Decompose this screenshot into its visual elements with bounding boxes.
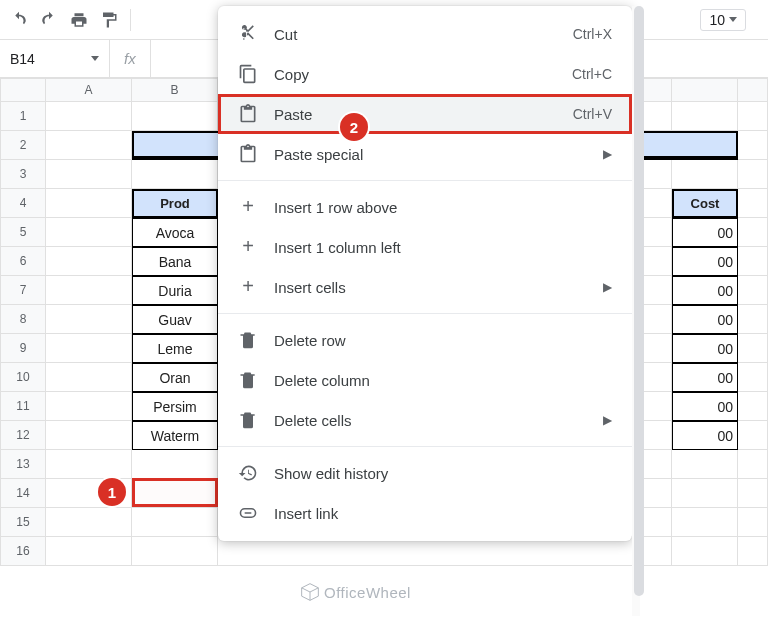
cell[interactable] (132, 102, 218, 131)
row-header[interactable]: 1 (0, 102, 46, 131)
cell[interactable] (46, 334, 132, 363)
scrollbar-thumb[interactable] (634, 6, 644, 596)
cell[interactable] (46, 247, 132, 276)
cell[interactable] (46, 421, 132, 450)
row-header[interactable]: 11 (0, 392, 46, 421)
product-cell[interactable]: Leme (132, 334, 218, 363)
menu-item-paste[interactable]: Paste Ctrl+V (218, 94, 632, 134)
row-header[interactable]: 13 (0, 450, 46, 479)
cell[interactable] (46, 392, 132, 421)
cell[interactable] (672, 508, 738, 537)
menu-item-delete-column[interactable]: Delete column (218, 360, 632, 400)
menu-item-insert-column[interactable]: + Insert 1 column left (218, 227, 632, 267)
cell[interactable] (46, 276, 132, 305)
product-cell[interactable]: Persim (132, 392, 218, 421)
cell[interactable] (738, 160, 768, 189)
cell[interactable] (132, 450, 218, 479)
cell[interactable] (672, 450, 738, 479)
column-header-a[interactable]: A (46, 78, 132, 102)
product-cell[interactable]: Bana (132, 247, 218, 276)
cost-cell[interactable]: 00 (672, 305, 738, 334)
row-header[interactable]: 2 (0, 131, 46, 160)
cell[interactable] (46, 102, 132, 131)
cost-cell[interactable]: 00 (672, 218, 738, 247)
cell[interactable] (46, 537, 132, 566)
row-header[interactable]: 8 (0, 305, 46, 334)
row-header[interactable]: 4 (0, 189, 46, 218)
font-size-selector[interactable]: 10 (700, 9, 746, 31)
menu-item-copy[interactable]: Copy Ctrl+C (218, 54, 632, 94)
row-header[interactable]: 9 (0, 334, 46, 363)
title-cell[interactable] (672, 131, 738, 160)
menu-item-cut[interactable]: Cut Ctrl+X (218, 14, 632, 54)
cell[interactable] (738, 392, 768, 421)
row-header[interactable]: 5 (0, 218, 46, 247)
cell-b14[interactable] (132, 479, 218, 508)
cell[interactable] (738, 421, 768, 450)
cost-cell[interactable]: 00 (672, 421, 738, 450)
column-header-g[interactable] (672, 78, 738, 102)
select-all-corner[interactable] (0, 78, 46, 102)
print-icon[interactable] (70, 11, 88, 29)
product-cell[interactable]: Duria (132, 276, 218, 305)
product-cell[interactable]: Guav (132, 305, 218, 334)
cell[interactable] (132, 160, 218, 189)
cell[interactable] (738, 363, 768, 392)
menu-item-insert-link[interactable]: Insert link (218, 493, 632, 533)
cell[interactable] (46, 450, 132, 479)
cell[interactable] (46, 508, 132, 537)
cell[interactable] (738, 537, 768, 566)
cell[interactable] (738, 218, 768, 247)
cost-cell[interactable]: 00 (672, 247, 738, 276)
cell[interactable] (672, 537, 738, 566)
menu-item-delete-row[interactable]: Delete row (218, 320, 632, 360)
menu-item-edit-history[interactable]: Show edit history (218, 453, 632, 493)
cell[interactable] (46, 363, 132, 392)
cost-cell[interactable]: 00 (672, 363, 738, 392)
menu-item-insert-row[interactable]: + Insert 1 row above (218, 187, 632, 227)
product-cell[interactable]: Avoca (132, 218, 218, 247)
cell[interactable] (46, 160, 132, 189)
cell[interactable] (738, 189, 768, 218)
cell[interactable] (132, 508, 218, 537)
vertical-scrollbar[interactable] (632, 6, 640, 616)
cell[interactable] (738, 450, 768, 479)
table-header-product[interactable]: Prod (132, 189, 218, 218)
cell[interactable] (738, 247, 768, 276)
cell[interactable] (738, 334, 768, 363)
undo-icon[interactable] (10, 11, 28, 29)
cell[interactable] (672, 102, 738, 131)
menu-item-insert-cells[interactable]: + Insert cells ▶ (218, 267, 632, 307)
cell[interactable] (738, 131, 768, 160)
cell[interactable] (738, 508, 768, 537)
product-cell[interactable]: Waterm (132, 421, 218, 450)
cell[interactable] (46, 305, 132, 334)
cost-cell[interactable]: 00 (672, 276, 738, 305)
cell[interactable] (672, 160, 738, 189)
paint-format-icon[interactable] (100, 11, 118, 29)
menu-item-paste-special[interactable]: Paste special ▶ (218, 134, 632, 174)
cell[interactable] (738, 276, 768, 305)
row-header[interactable]: 10 (0, 363, 46, 392)
table-header-cost[interactable]: Cost (672, 189, 738, 218)
cell[interactable] (132, 537, 218, 566)
cost-cell[interactable]: 00 (672, 334, 738, 363)
cost-cell[interactable]: 00 (672, 392, 738, 421)
column-header-b[interactable]: B (132, 78, 218, 102)
row-header[interactable]: 3 (0, 160, 46, 189)
redo-icon[interactable] (40, 11, 58, 29)
cell[interactable] (46, 189, 132, 218)
title-cell[interactable] (132, 131, 218, 160)
row-header[interactable]: 7 (0, 276, 46, 305)
row-header[interactable]: 16 (0, 537, 46, 566)
row-header[interactable]: 6 (0, 247, 46, 276)
cell[interactable] (218, 537, 672, 566)
row-header[interactable]: 15 (0, 508, 46, 537)
name-box[interactable]: B14 (0, 40, 110, 77)
cell[interactable] (672, 479, 738, 508)
row-header[interactable]: 12 (0, 421, 46, 450)
product-cell[interactable]: Oran (132, 363, 218, 392)
cell[interactable] (46, 131, 132, 160)
cell[interactable] (738, 102, 768, 131)
cell[interactable] (738, 305, 768, 334)
